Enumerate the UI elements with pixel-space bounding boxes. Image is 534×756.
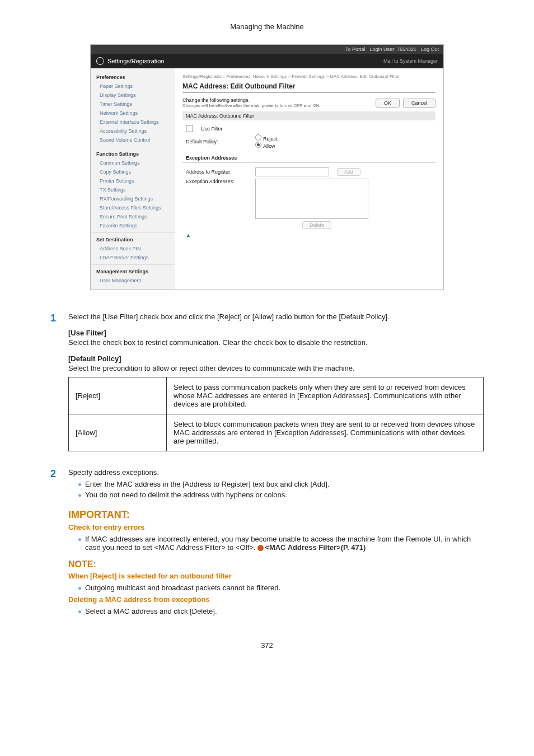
sidebar-item[interactable]: Favorite Settings: [91, 221, 175, 230]
sidebar-item[interactable]: Timer Settings: [91, 100, 175, 109]
sidebar-item[interactable]: Common Settings: [91, 158, 175, 167]
settings-registration-title: Settings/Registration: [107, 58, 165, 64]
reject-radio[interactable]: [255, 134, 261, 141]
sidebar-item[interactable]: TX Settings: [91, 185, 175, 194]
allow-radio[interactable]: [255, 142, 261, 148]
remote-ui-screenshot: To Portal Login User: 7654321 Log Out Se…: [90, 44, 444, 290]
page-number: 372: [50, 641, 484, 650]
page-title: MAC Address: Edit Outbound Filter: [182, 82, 435, 93]
sidebar-item[interactable]: Network Settings: [91, 109, 175, 118]
delete-button[interactable]: Delete: [302, 221, 331, 229]
step-2-bullet-2: You do not need to delimit the address w…: [78, 491, 484, 499]
sidebar-item[interactable]: External Interface Settings: [91, 118, 175, 127]
policy-table: [Reject]Select to pass communication pac…: [68, 377, 484, 451]
page-header: Managing the Machine: [50, 22, 484, 31]
sidebar-item[interactable]: Display Settings: [91, 91, 175, 100]
sidebar-item[interactable]: Paper Settings: [91, 82, 175, 91]
note-heading: NOTE:: [68, 559, 484, 570]
ok-button[interactable]: OK: [376, 99, 400, 108]
gear-icon: [96, 57, 104, 65]
outbound-filter-section: MAC Address: Outbound Filter: [182, 111, 435, 120]
sidebar-item[interactable]: Store/Access Files Settings: [91, 203, 175, 212]
step-2-number: 2: [50, 468, 59, 619]
sidebar-item[interactable]: User Management: [91, 276, 175, 285]
sidebar-item[interactable]: LDAP Server Settings: [91, 253, 175, 262]
address-to-register-input[interactable]: [255, 167, 329, 176]
step-2-bullet-1: Enter the MAC address in the [Address to…: [78, 480, 484, 488]
default-policy-heading: [Default Policy]: [68, 354, 484, 363]
use-filter-description: Select the check box to restrict communi…: [68, 338, 484, 347]
mac-filter-link[interactable]: <MAC Address Filter>(P. 471): [265, 543, 366, 552]
reject-label: Reject: [263, 136, 278, 142]
breadcrumb: Settings/Registration: Preferences: Netw…: [182, 74, 435, 79]
allow-cell-key: [Allow]: [69, 414, 167, 451]
sidebar-item[interactable]: Copy Settings: [91, 167, 175, 176]
to-portal-link[interactable]: To Portal: [345, 46, 366, 52]
sidebar-item[interactable]: Sound Volume Control: [91, 136, 175, 144]
note-sub-2: Deleting a MAC address from exceptions: [68, 595, 484, 604]
logout-link[interactable]: Log Out: [421, 46, 439, 52]
allow-label: Allow: [263, 143, 275, 149]
link-icon: [257, 545, 264, 551]
sidebar-group-head: Management Settings: [91, 267, 175, 276]
exception-addresses-label: Exception Addresses:: [186, 179, 247, 184]
settings-content: Settings/Registration: Preferences: Netw…: [175, 68, 443, 290]
cancel-button[interactable]: Cancel: [403, 99, 435, 108]
sidebar-group-head: Function Settings: [91, 150, 175, 158]
exception-addresses-list[interactable]: [255, 179, 368, 219]
address-to-register-label: Address to Register:: [186, 169, 247, 175]
allow-cell-val: Select to block communication packets wh…: [167, 414, 484, 451]
note-bullet-1: Outgoing multicast and broadcast packets…: [78, 584, 484, 592]
settings-sidebar: PreferencesPaper SettingsDisplay Setting…: [91, 68, 175, 290]
sidebar-group-head: Set Destination: [91, 235, 175, 244]
sidebar-item[interactable]: Address Book PIN: [91, 244, 175, 253]
default-policy-description: Select the precondition to allow or reje…: [68, 364, 484, 372]
check-entry-errors-heading: Check for entry errors: [68, 523, 484, 531]
mail-system-manager-link[interactable]: Mail to System Manager: [383, 58, 438, 64]
sidebar-item[interactable]: Printer Settings: [91, 176, 175, 185]
note-bullet-2: Select a MAC address and click [Delete].: [78, 607, 484, 615]
use-filter-checkbox[interactable]: [186, 125, 193, 132]
login-user-label: Login User: 7654321: [369, 46, 416, 52]
use-filter-label: Use Filter: [201, 126, 223, 132]
add-button[interactable]: Add: [337, 168, 360, 176]
use-filter-heading: [Use Filter]: [68, 329, 484, 337]
table-row: [Reject]Select to pass communication pac…: [69, 377, 484, 414]
back-to-top-icon[interactable]: ▲: [182, 230, 435, 240]
default-policy-label: Default Policy:: [186, 139, 247, 144]
important-bullet: If MAC addresses are incorrectly entered…: [78, 535, 484, 552]
step-1-text: Select the [Use Filter] check box and cl…: [68, 312, 484, 321]
table-row: [Allow]Select to block communication pac…: [69, 414, 484, 451]
change-settings-label: Change the following settings.: [182, 97, 321, 103]
restart-note: Changes will be effective after the main…: [182, 103, 321, 108]
step-1-number: 1: [50, 312, 59, 460]
step-2-text: Specify address exceptions.: [68, 468, 484, 477]
sidebar-group-head: Preferences: [91, 73, 175, 82]
sidebar-item[interactable]: Accessibility Settings: [91, 127, 175, 136]
note-sub-1: When [Reject] is selected for an outboun…: [68, 572, 484, 580]
reject-cell-key: [Reject]: [69, 377, 167, 414]
sidebar-item[interactable]: Secure Print Settings: [91, 212, 175, 221]
important-heading: IMPORTANT:: [68, 509, 484, 521]
reject-cell-val: Select to pass communication packets onl…: [167, 377, 484, 414]
sidebar-item[interactable]: RX/Forwarding Settings: [91, 194, 175, 203]
exception-addresses-section: Exception Addresses: [182, 153, 435, 163]
